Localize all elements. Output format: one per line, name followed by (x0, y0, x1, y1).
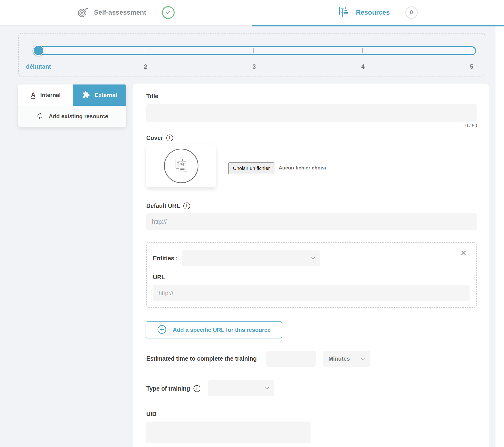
resources-count-badge: 0 (405, 6, 418, 19)
default-url-label-row: Default URL i (146, 203, 190, 209)
target-icon (77, 6, 89, 19)
title-label: Title (146, 93, 158, 100)
slider-tick-4 (362, 48, 363, 53)
add-specific-url-button[interactable]: Add a specific URL for this resource (145, 321, 282, 338)
check-circle-icon (162, 6, 175, 19)
source-tabs: A Internal External (18, 85, 126, 106)
slider-label-1: débutant (13, 63, 64, 70)
level-slider-track[interactable] (33, 46, 476, 55)
slider-tick-2 (145, 48, 145, 53)
type-of-training-label-row: Type of training i (146, 385, 200, 392)
title-input[interactable] (146, 104, 477, 122)
scrollbar-track[interactable] (496, 26, 504, 447)
title-char-counter: 0 / 50 (406, 123, 477, 128)
tab-resources[interactable]: Resources 0 (252, 0, 504, 26)
add-existing-resource-label: Add existing resource (49, 113, 108, 120)
entities-label: Entities : (153, 255, 178, 262)
remove-entity-url-icon[interactable]: ✕ (460, 249, 467, 257)
chevron-down-icon (264, 387, 270, 390)
type-of-training-select[interactable] (208, 380, 274, 396)
tab-self-assessment[interactable]: Self-assessment (0, 0, 252, 26)
cover-placeholder-circle (164, 149, 198, 183)
uid-label: UID (146, 411, 156, 417)
cover-label: Cover (146, 134, 163, 141)
cover-label-row: Cover i (146, 134, 173, 141)
slider-label-5: 5 (446, 63, 498, 70)
tab-internal[interactable]: A Internal (18, 85, 73, 106)
type-of-training-label: Type of training (146, 385, 190, 392)
top-tab-bar: Self-assessment Resources 0 (0, 0, 504, 26)
puzzle-icon (82, 91, 90, 99)
estimated-time-input[interactable] (266, 351, 316, 367)
cover-upload-preview[interactable] (146, 145, 216, 187)
entities-select[interactable] (182, 250, 320, 266)
plus-circle-icon (157, 325, 167, 335)
uid-input[interactable] (145, 422, 310, 443)
default-url-input[interactable] (146, 213, 477, 230)
cover-docs-icon (172, 156, 191, 175)
entity-url-input[interactable] (153, 285, 469, 301)
chevron-down-icon (310, 257, 315, 260)
time-unit-select[interactable]: Minutes (323, 351, 370, 367)
chevron-down-icon (360, 357, 365, 360)
add-specific-url-label: Add a specific URL for this resource (173, 327, 270, 333)
choose-file-button[interactable]: Choisir un fichier (228, 162, 274, 174)
tab-internal-label: Internal (40, 92, 61, 98)
text-a-icon: A (31, 91, 36, 99)
documents-icon (338, 6, 351, 19)
estimated-time-label: Estimated time to complete the training (146, 355, 257, 362)
slider-tick-3 (253, 48, 254, 53)
slider-label-3: 3 (228, 63, 280, 70)
type-of-training-info-icon[interactable]: i (194, 385, 200, 392)
add-existing-resource-button[interactable]: Add existing resource (18, 106, 126, 127)
tab-external-label: External (95, 92, 117, 98)
time-unit-value: Minutes (328, 355, 350, 362)
default-url-label: Default URL (146, 203, 180, 209)
entity-url-label: URL (153, 274, 165, 281)
slider-label-4: 4 (337, 63, 389, 70)
slider-label-2: 2 (120, 63, 172, 70)
sync-arrows-icon (36, 112, 43, 120)
slider-handle[interactable] (33, 45, 44, 56)
default-url-info-icon[interactable]: i (183, 203, 190, 209)
level-slider-section: débutant 2 3 4 5 (18, 33, 485, 76)
tab-external[interactable]: External (73, 85, 126, 106)
resource-source-card: A Internal External Add existing resourc… (18, 85, 126, 127)
tab-resources-label: Resources (356, 9, 390, 16)
file-status-text: Aucun fichier choisi (279, 165, 326, 171)
resource-editor-page: Self-assessment Resources 0 (0, 0, 504, 447)
tab-self-assessment-label: Self-assessment (94, 9, 146, 16)
cover-info-icon[interactable]: i (166, 134, 173, 141)
